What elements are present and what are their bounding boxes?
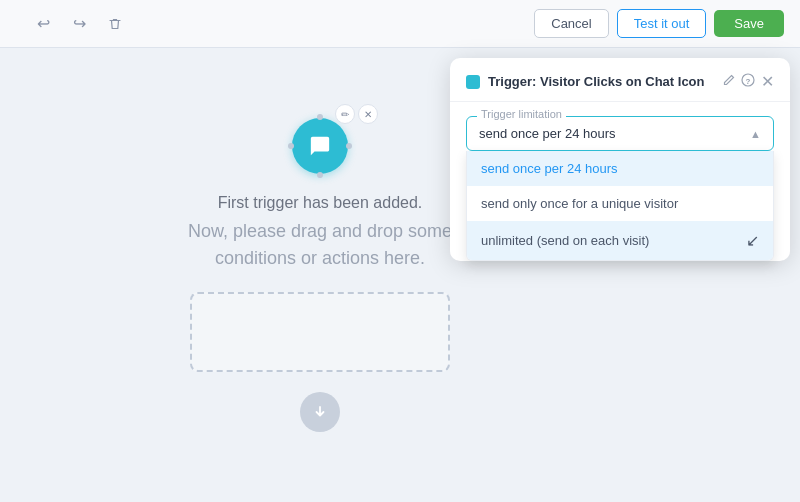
first-trigger-text: First trigger has been added.: [188, 194, 452, 212]
redo-button[interactable]: ↪: [64, 9, 94, 39]
save-button[interactable]: Save: [714, 10, 784, 37]
edit-icon[interactable]: [722, 74, 735, 90]
trigger-limitation-field: Trigger limitation send once per 24 hour…: [466, 116, 774, 261]
dropdown-trigger[interactable]: send once per 24 hours ▲: [467, 117, 773, 150]
dropdown-container: Trigger limitation send once per 24 hour…: [466, 116, 774, 151]
dropdown-arrow-icon: ▲: [750, 128, 761, 140]
delete-button[interactable]: [100, 9, 130, 39]
dropdown-item-2[interactable]: unlimited (send on each visit) ↙: [467, 221, 773, 260]
selected-option-text: send once per 24 hours: [479, 126, 616, 141]
undo-button[interactable]: ↩: [28, 9, 58, 39]
dropdown-list: send once per 24 hours send only once fo…: [466, 151, 774, 261]
toolbar-left-actions: ↩ ↪: [28, 9, 130, 39]
popup-header-icons: ? ✕: [722, 72, 774, 91]
popup-header: Trigger: Visitor Clicks on Chat Icon ? ✕: [450, 58, 790, 102]
info-icon[interactable]: ?: [741, 73, 755, 90]
canvas-text: First trigger has been added. Now, pleas…: [188, 194, 452, 272]
dropdown-item-0[interactable]: send once per 24 hours: [467, 151, 773, 186]
field-label: Trigger limitation: [477, 108, 566, 120]
drag-drop-text: Now, please drag and drop someconditions…: [188, 218, 452, 272]
node-edit-btn[interactable]: ✏: [335, 104, 355, 124]
node-actions: ✏ ✕: [335, 104, 378, 124]
canvas-center: ✏ ✕ First trigger has been added. Now, p…: [188, 118, 452, 432]
svg-text:?: ?: [746, 77, 751, 86]
dropdown-item-1[interactable]: send only once for a unique visitor: [467, 186, 773, 221]
toolbar: ↩ ↪ Cancel Test it out Save: [0, 0, 800, 48]
cursor-indicator: ↙: [746, 231, 759, 250]
popup-title: Trigger: Visitor Clicks on Chat Icon: [488, 74, 714, 89]
close-icon[interactable]: ✕: [761, 72, 774, 91]
trigger-node[interactable]: ✏ ✕: [292, 118, 348, 174]
node-close-btn[interactable]: ✕: [358, 104, 378, 124]
cancel-button[interactable]: Cancel: [534, 9, 608, 38]
trigger-color-indicator: [466, 75, 480, 89]
test-button[interactable]: Test it out: [617, 9, 707, 38]
down-arrow-node[interactable]: [300, 392, 340, 432]
popup-body: Trigger limitation send once per 24 hour…: [450, 102, 790, 261]
trigger-node-circle: [292, 118, 348, 174]
drop-zone[interactable]: [190, 292, 450, 372]
popup-panel: Trigger: Visitor Clicks on Chat Icon ? ✕: [450, 58, 790, 261]
